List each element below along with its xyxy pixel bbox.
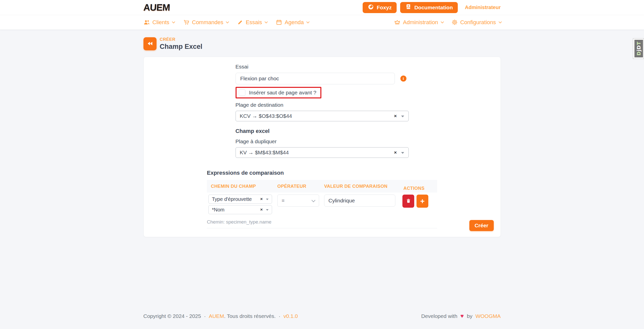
djdt-letter: D bbox=[636, 51, 642, 56]
nav-item-clients[interactable]: Clients bbox=[143, 19, 174, 26]
chevron-down-icon bbox=[172, 20, 175, 23]
clear-selection-icon[interactable]: × bbox=[260, 197, 263, 202]
page-title-row: CRÉER Champ Excel bbox=[143, 30, 501, 51]
field-path-note: Chemin: specimen_type.name bbox=[207, 219, 437, 225]
foxyz-label: Foxyz bbox=[377, 5, 392, 11]
rewind-icon bbox=[147, 40, 153, 48]
nav-item-commandes[interactable]: Commandes bbox=[183, 19, 228, 26]
calendar-icon bbox=[276, 19, 282, 25]
flame-icon bbox=[368, 4, 374, 11]
chevron-down-icon bbox=[226, 20, 229, 23]
heart-icon: ♥ bbox=[460, 313, 464, 319]
selected-value: Type d'éprouvette bbox=[212, 196, 252, 202]
documentation-button[interactable]: Documentation bbox=[400, 2, 458, 13]
annotation-highlight: Insérer saut de page avant ? bbox=[236, 87, 321, 98]
page-kicker: CRÉER bbox=[160, 37, 203, 42]
user-role-label[interactable]: Administrateur bbox=[465, 5, 501, 10]
documentation-label: Documentation bbox=[414, 5, 453, 11]
field-path-select-2[interactable]: *Nom × bbox=[208, 205, 272, 214]
footer-brand-link[interactable]: AUEM bbox=[209, 313, 224, 319]
expressions-section: Expressions de comparaison CHEMIN DU CHA… bbox=[207, 170, 437, 228]
comparison-value-input[interactable] bbox=[324, 195, 395, 207]
page-break-checkbox[interactable] bbox=[239, 89, 245, 96]
back-button[interactable] bbox=[143, 37, 157, 50]
nav-label: Agenda bbox=[285, 19, 304, 26]
column-header: VALEUR DE COMPARAISON bbox=[324, 184, 403, 189]
nav-label: Administration bbox=[403, 19, 438, 26]
delete-row-button[interactable] bbox=[402, 195, 414, 208]
djdt-letter: D bbox=[636, 45, 642, 49]
nav-item-configurations[interactable]: Configurations bbox=[451, 19, 501, 26]
plage-destination-label: Plage de destination bbox=[236, 102, 409, 108]
nav-item-essais[interactable]: Essais bbox=[237, 19, 267, 26]
crown-icon bbox=[394, 19, 400, 25]
djdt-letter: j bbox=[636, 49, 642, 51]
nav-label: Configurations bbox=[460, 19, 496, 26]
selected-value: = bbox=[282, 198, 285, 204]
chevron-down-icon bbox=[312, 198, 316, 202]
column-header: CHEMIN DU CHAMP bbox=[207, 184, 273, 189]
pen-icon bbox=[237, 19, 243, 25]
chevron-down-icon bbox=[306, 20, 310, 23]
footer: Copyright © 2024 - 2025 · AUEM. Tous dro… bbox=[143, 313, 501, 319]
cart-icon bbox=[183, 19, 190, 25]
page-title: Champ Excel bbox=[160, 43, 203, 51]
plage-destination-select[interactable]: KCV → $O$43:$O$44 × bbox=[236, 111, 409, 121]
selected-value: *Nom bbox=[212, 207, 224, 213]
clear-selection-icon[interactable]: × bbox=[260, 207, 263, 212]
book-icon bbox=[405, 4, 411, 11]
expressions-heading: Expressions de comparaison bbox=[207, 170, 437, 176]
clear-selection-icon[interactable]: × bbox=[394, 150, 397, 155]
rights-text: . Tous droits réservés. bbox=[224, 313, 276, 319]
copyright-text: Copyright © 2024 - 2025 bbox=[143, 313, 201, 319]
selected-value: KV → $M$43:$M$44 bbox=[240, 150, 289, 156]
developed-by-text: by bbox=[467, 313, 472, 319]
top-header: AUEM Foxyz bbox=[0, 0, 644, 15]
nav-item-administration[interactable]: Administration bbox=[394, 19, 443, 26]
gear-icon bbox=[451, 19, 458, 25]
debug-toolbar-inner: DjDT bbox=[634, 40, 643, 57]
add-row-button[interactable]: + bbox=[416, 195, 428, 208]
debug-toolbar-label: DjDT bbox=[636, 42, 642, 56]
info-icon[interactable]: i bbox=[400, 76, 406, 82]
app-viewport: AUEM Foxyz bbox=[0, 0, 644, 329]
nav-label: Commandes bbox=[192, 19, 223, 26]
developer-link[interactable]: WOOGMA bbox=[475, 313, 501, 319]
chevron-down-icon bbox=[441, 20, 444, 23]
foxyz-button[interactable]: Foxyz bbox=[363, 2, 397, 13]
nav-item-agenda[interactable]: Agenda bbox=[276, 19, 309, 26]
nav-label: Clients bbox=[153, 19, 169, 26]
dropdown-arrow-icon bbox=[266, 209, 269, 211]
dropdown-arrow-icon bbox=[401, 152, 404, 154]
main-navigation: Clients Commandes bbox=[0, 15, 644, 30]
chevron-down-icon bbox=[265, 20, 268, 23]
selected-value: KCV → $O$43:$O$44 bbox=[240, 113, 292, 119]
trash-icon bbox=[406, 198, 411, 204]
clear-selection-icon[interactable]: × bbox=[394, 113, 397, 119]
form-card: Essai i Insérer saut de page avant ? Pla… bbox=[143, 57, 501, 237]
essai-input[interactable] bbox=[236, 73, 395, 84]
version-link[interactable]: v0.1.0 bbox=[283, 313, 298, 319]
main-content: CRÉER Champ Excel Essai i Insérer saut d… bbox=[0, 30, 644, 319]
developed-text: Developed with bbox=[421, 313, 458, 319]
chevron-down-icon bbox=[499, 20, 502, 23]
dropdown-arrow-icon bbox=[266, 199, 269, 200]
column-header: OPÉRATEUR bbox=[273, 184, 324, 189]
create-button[interactable]: Créer bbox=[469, 220, 494, 231]
field-path-select-1[interactable]: Type d'éprouvette × bbox=[208, 195, 272, 204]
essai-label: Essai bbox=[236, 64, 409, 70]
plage-dupliquer-select[interactable]: KV → $M$43:$M$44 × bbox=[236, 147, 409, 158]
dropdown-arrow-icon bbox=[401, 116, 404, 117]
champ-excel-heading: Champ excel bbox=[236, 128, 409, 134]
expression-row: Type d'éprouvette × *Nom × bbox=[207, 195, 437, 214]
plage-dupliquer-label: Plage à dupliquer bbox=[236, 138, 409, 144]
nav-label: Essais bbox=[246, 19, 262, 26]
separator-dot: · bbox=[279, 313, 280, 319]
users-icon bbox=[143, 19, 150, 26]
expressions-table-header: CHEMIN DU CHAMP OPÉRATEUR VALEUR DE COMP… bbox=[207, 180, 437, 193]
debug-toolbar-handle[interactable]: DjDT bbox=[633, 38, 644, 59]
operator-select[interactable]: = bbox=[277, 195, 319, 207]
column-header: ACTIONS bbox=[403, 186, 437, 191]
djdt-letter: T bbox=[636, 42, 642, 45]
page-break-label: Insérer saut de page avant ? bbox=[249, 90, 316, 96]
